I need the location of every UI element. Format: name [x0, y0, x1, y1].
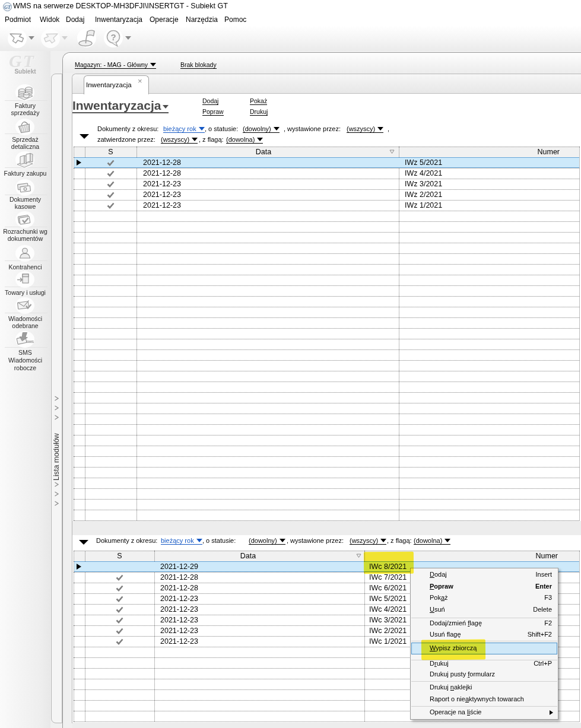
svg-text:GT: GT	[4, 5, 11, 10]
svg-text:SMS: SMS	[26, 340, 34, 344]
svg-text:?: ?	[110, 32, 116, 42]
